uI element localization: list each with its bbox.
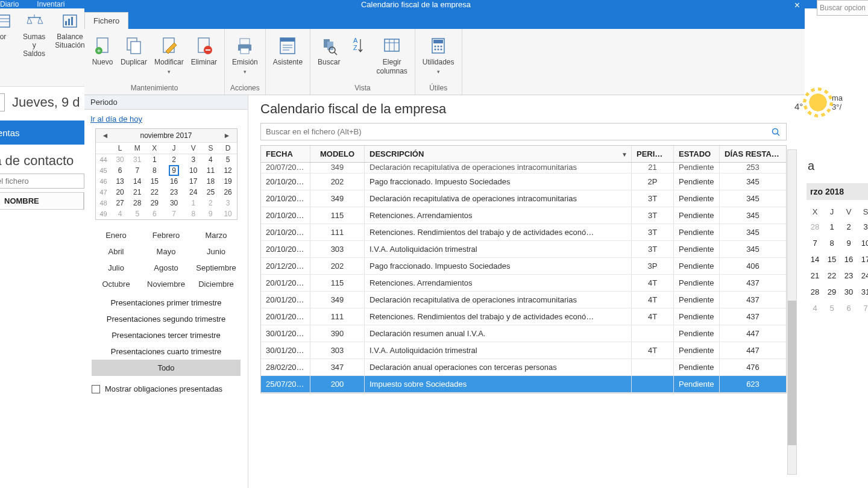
chevron-down-icon[interactable]: ▼: [621, 151, 627, 157]
month-mayo[interactable]: Mayo: [144, 245, 188, 258]
cal-day[interactable]: 9: [202, 208, 219, 219]
ribbon-btn-buscar[interactable]: Buscar: [314, 31, 344, 77]
cal-day[interactable]: 12: [219, 165, 237, 176]
cal-day[interactable]: 15: [146, 176, 163, 187]
checkbox-show-presented[interactable]: Mostrar obligaciones presentadas: [84, 376, 248, 402]
month-febrero[interactable]: Febrero: [144, 228, 188, 242]
right-cal-day[interactable]: 4: [807, 300, 823, 316]
cal-day[interactable]: 9: [163, 165, 185, 176]
ribbon-btn-duplicar[interactable]: Duplicar: [117, 31, 151, 78]
right-cal-day[interactable]: 22: [823, 267, 840, 284]
scroll-thumb[interactable]: [788, 301, 796, 445]
month-septiembre[interactable]: Septiembre: [194, 261, 238, 275]
cal-day[interactable]: 16: [163, 176, 185, 187]
mini-calendar[interactable]: ◄ noviembre 2017 ► LMXJVSD44303112345456…: [95, 128, 237, 220]
search-icon[interactable]: [772, 128, 786, 136]
cal-day[interactable]: 23: [163, 187, 185, 198]
right-cal-day[interactable]: 3: [857, 219, 868, 235]
ribbon-btn-elegir[interactable]: Elegircolumnas: [373, 31, 410, 77]
month-junio[interactable]: Junio: [194, 245, 238, 258]
right-cal-day[interactable]: 6: [840, 300, 857, 316]
cal-prev[interactable]: ◄: [99, 130, 112, 141]
month-octubre[interactable]: Octubre: [94, 277, 138, 291]
cal-day[interactable]: 22: [146, 187, 163, 198]
col-desc[interactable]: DESCRIPCIÓN▼: [365, 146, 632, 162]
right-cal-header[interactable]: rzo 2018: [807, 183, 868, 200]
bg-col-nombre[interactable]: NOMBRE: [0, 193, 84, 209]
cal-day[interactable]: 25: [202, 187, 219, 198]
col-estado[interactable]: ESTADO: [674, 146, 720, 162]
right-cal-day[interactable]: 5: [823, 300, 840, 316]
right-cal-day[interactable]: 14: [807, 251, 823, 267]
cal-day[interactable]: 17: [184, 176, 202, 187]
cal-day[interactable]: 2: [202, 198, 219, 208]
table-row[interactable]: 30/01/2019390Declaración resumen anual I…: [261, 325, 786, 342]
ribbon-btn-nuevo[interactable]: +Nuevo: [88, 31, 117, 78]
cal-day[interactable]: 8: [146, 165, 163, 176]
cal-day[interactable]: 30: [112, 154, 129, 166]
right-cal-day[interactable]: 24: [857, 267, 868, 284]
cal-day[interactable]: 10: [184, 165, 202, 176]
link-today[interactable]: Ir al día de hoy: [84, 110, 248, 128]
cal-day[interactable]: 21: [128, 187, 146, 198]
table-row[interactable]: 20/07/2018349Declaración recapitulativa …: [261, 163, 786, 174]
ribbon-btn-utilidades[interactable]: Utilidades▾: [419, 31, 458, 78]
checkbox-icon[interactable]: [92, 385, 100, 393]
ribbon-btn-eliminar[interactable]: Eliminar: [187, 31, 221, 78]
col-fecha[interactable]: FECHA: [261, 146, 310, 162]
cal-day[interactable]: 3: [184, 154, 202, 166]
pres-item[interactable]: Presentaciones cuarto trimestre: [92, 343, 241, 360]
right-cal-day[interactable]: 9: [840, 235, 857, 251]
cal-day[interactable]: 11: [202, 165, 219, 176]
right-cal-day[interactable]: 28: [807, 284, 823, 300]
month-diciembre[interactable]: Diciembre: [194, 277, 238, 291]
cal-day[interactable]: 14: [128, 176, 146, 187]
month-julio[interactable]: Julio: [94, 261, 138, 275]
right-cal-day[interactable]: 1: [823, 219, 840, 235]
table-row[interactable]: 20/01/2019111Retenciones. Rendimientos d…: [261, 308, 786, 325]
ribbon-btn-asistente[interactable]: Asistente: [269, 31, 306, 68]
month-noviembre[interactable]: Noviembre: [144, 277, 188, 291]
month-enero[interactable]: Enero: [94, 228, 138, 242]
bg-btn-or[interactable]: or: [0, 8, 18, 86]
bg-tab-diario[interactable]: Diario: [0, 0, 19, 8]
search-options[interactable]: Buscar opcion: [817, 0, 868, 16]
right-cal-day[interactable]: 23: [840, 267, 857, 284]
cal-day[interactable]: 4: [112, 208, 129, 219]
cal-day[interactable]: 8: [184, 208, 202, 219]
col-modelo[interactable]: MODELO: [310, 146, 365, 162]
cal-day[interactable]: 5: [128, 208, 146, 219]
table-row[interactable]: 28/02/2019347Declaración anual operacion…: [261, 359, 786, 376]
ribbon-btn-emisión[interactable]: Emisión▾: [228, 31, 262, 78]
table-row[interactable]: 25/07/2019200Impuesto sobre SociedadesPe…: [261, 376, 786, 393]
right-cal-day[interactable]: 30: [840, 284, 857, 300]
cal-day[interactable]: 2: [163, 154, 185, 166]
right-cal-day[interactable]: 21: [807, 267, 823, 284]
table-row[interactable]: 20/01/2019115Retenciones. Arrendamientos…: [261, 275, 786, 292]
bg-btn-sumasysaldos[interactable]: Sumas ySaldos: [18, 8, 50, 86]
right-cal-day[interactable]: 7: [807, 235, 823, 251]
cal-day[interactable]: 18: [202, 176, 219, 187]
cal-day[interactable]: 19: [219, 176, 237, 187]
cal-day[interactable]: 6: [112, 165, 129, 176]
cal-day[interactable]: 29: [146, 198, 163, 208]
cal-day[interactable]: 28: [128, 198, 146, 208]
cal-day[interactable]: 30: [163, 198, 185, 208]
month-agosto[interactable]: Agosto: [144, 261, 188, 275]
table-row[interactable]: 20/10/2018303I.V.A. Autoliquidación trim…: [261, 241, 786, 258]
bg-contacts-search[interactable]: [0, 174, 84, 189]
cal-day[interactable]: 3: [219, 198, 237, 208]
right-cal-day[interactable]: 7: [857, 300, 868, 316]
table-row[interactable]: 20/10/2018111Retenciones. Rendimientos d…: [261, 224, 786, 241]
table-row[interactable]: 30/01/2019303I.V.A. Autoliquidación trim…: [261, 342, 786, 359]
table-row[interactable]: 20/12/2018202Pago fraccionado. Impuesto …: [261, 258, 786, 275]
right-cal-day[interactable]: 2: [840, 219, 857, 235]
right-cal-day[interactable]: 10: [857, 235, 868, 251]
search-bar[interactable]: [260, 123, 787, 140]
right-cal-day[interactable]: 16: [840, 251, 857, 267]
cal-next[interactable]: ►: [221, 130, 233, 141]
right-cal-day[interactable]: 15: [823, 251, 840, 267]
cal-day[interactable]: 13: [112, 176, 129, 187]
pres-item[interactable]: Presentaciones segundo trimestre: [92, 311, 241, 327]
col-dias[interactable]: DÍAS RESTANTES: [720, 146, 786, 162]
